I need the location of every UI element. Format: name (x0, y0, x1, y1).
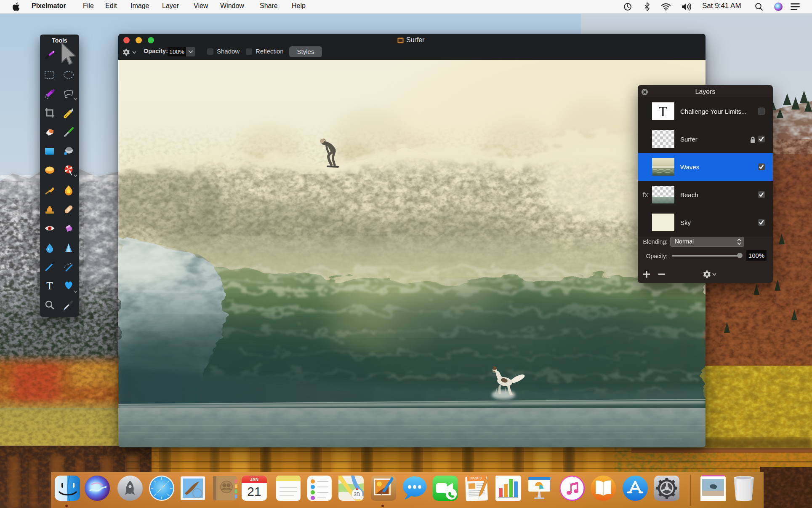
svg-text:Surfer: Surfer (680, 136, 698, 143)
svg-text:Beach: Beach (680, 191, 698, 198)
svg-text:3D: 3D (354, 492, 360, 497)
svg-text:PAGES: PAGES (471, 476, 482, 481)
svg-text:T: T (46, 280, 53, 291)
svg-text:Sky: Sky (680, 219, 691, 226)
svg-text:Waves: Waves (680, 163, 699, 171)
svg-text:Challenge Your Limits...: Challenge Your Limits... (680, 108, 747, 115)
svg-text:T: T (659, 104, 668, 119)
svg-text:JAN: JAN (250, 477, 258, 482)
svg-text:fx: fx (643, 191, 648, 198)
svg-text:21: 21 (247, 484, 261, 498)
